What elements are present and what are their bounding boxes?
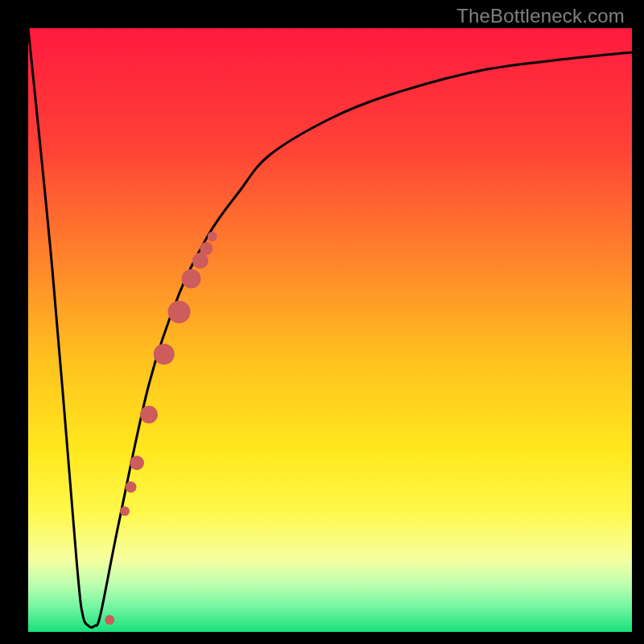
bottleneck-marker — [105, 615, 114, 625]
bottleneck-marker — [154, 344, 175, 365]
bottleneck-marker — [182, 269, 201, 288]
watermark-text: TheBottleneck.com — [456, 5, 625, 27]
plot-area — [28, 28, 632, 632]
bottleneck-marker — [168, 301, 191, 324]
bottleneck-marker — [140, 406, 158, 423]
plot-svg — [28, 28, 632, 632]
bottleneck-marker — [200, 242, 213, 255]
bottleneck-marker — [208, 232, 217, 242]
bottleneck-marker — [130, 456, 144, 470]
bottleneck-marker — [126, 481, 137, 493]
bottleneck-marker — [120, 506, 130, 516]
bottleneck-marker — [192, 253, 208, 269]
chart-frame: TheBottleneck.com — [0, 0, 644, 644]
